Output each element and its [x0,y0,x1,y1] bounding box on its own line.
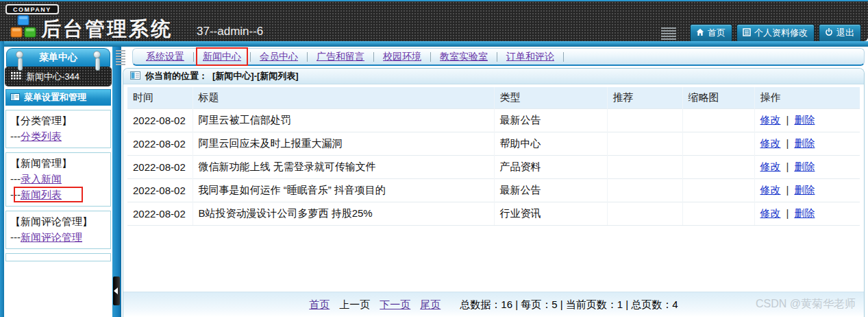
content-panel: 你当前的位置：[新闻中心]-[新闻列表] 时间 标题 类型 推荐 缩略图 操作 … [123,68,865,317]
table-row: 2022-08-02 我同事是如何运作 “睡眠音乐” 抖音项目的 最新公告 修改… [127,179,860,202]
cell-thumbnail [682,179,754,202]
tab-classroom-lab[interactable]: 教室实验室 [440,51,488,63]
cell-actions: 修改|删除 [754,179,860,202]
cell-title: 阿里云回应未及时上报重大漏洞 [193,132,494,156]
pagination-summary: 总数据：16 | 每页：5 | 当前页数：1 | 总页数：4 [460,298,678,312]
delete-link[interactable]: 删除 [794,207,815,219]
cell-recommend [607,132,682,156]
edit-link[interactable]: 修改 [760,161,781,172]
sidebar-empty-strip [5,253,111,261]
col-header-recommend: 推荐 [607,87,682,109]
news-comments-link[interactable]: 新闻评论管理 [21,231,82,243]
cell-title: 微信新功能上线 无需登录就可传输文件 [193,156,494,179]
tab-system-settings[interactable]: 系统设置 [146,51,184,63]
cell-time: 2022-08-02 [127,109,193,132]
cell-title: B站投资动漫设计公司多萝西 持股25% [193,202,494,226]
sidebar: 菜单中心 新闻中心-344 菜单设置和管理 【分类管理】 ---分类列表 [4,47,112,317]
menu-group-category: 【分类管理】 ---分类列表 [5,110,111,148]
delete-link[interactable]: 删除 [794,184,815,196]
cell-title: 我同事是如何运作 “睡眠音乐” 抖音项目的 [193,179,494,202]
header-bar: COMPANY 后台管理系统 37--admin--6 首页 个人资料修改 [0,0,868,41]
edit-link[interactable]: 修改 [760,207,781,219]
sidebar-menu-center-tab[interactable]: 菜单中心 [6,48,110,67]
sidebar-section-header: 菜单设置和管理 [5,89,111,106]
news-entry-link[interactable]: 录入新闻 [21,173,62,185]
sidebar-item-news-list: ---新闻列表 [10,187,106,202]
pin-icon [16,51,23,58]
col-header-time: 时间 [127,87,193,109]
category-list-link[interactable]: 分类列表 [21,130,62,142]
menu-group-title: 【分类管理】 [10,113,106,128]
panel-icon [10,93,20,103]
sidebar-item-news-comments: ---新闻评论管理 [10,229,106,245]
cell-actions: 修改|删除 [754,202,860,226]
table-header-row: 时间 标题 类型 推荐 缩略图 操作 [127,87,860,109]
edit-link[interactable]: 修改 [760,184,781,196]
pagination-prev-label: 上一页 [339,298,370,312]
pin-icon [93,51,101,58]
pagination-last-link[interactable]: 尾页 [420,298,441,312]
profile-icon [743,28,751,38]
cell-type: 行业资讯 [494,202,607,226]
cell-thumbnail [682,132,754,156]
menu-group-title: 【新闻管理】 [10,155,106,171]
col-header-thumbnail: 缩略图 [682,87,754,109]
delete-link[interactable]: 删除 [794,114,815,126]
menu-group-title: 【新闻评论管理】 [10,213,106,229]
app-title: 后台管理系统 [41,16,173,43]
breadcrumb-prefix: 你当前的位置： [145,70,208,82]
logout-button[interactable]: 退出 [819,24,861,43]
sidebar-item-news-entry: ---录入新闻 [10,171,106,187]
news-list-link[interactable]: 新闻列表 [21,189,62,200]
tab-campus-environment[interactable]: 校园环境 [383,51,421,63]
pagination-next-link[interactable]: 下一页 [380,298,410,312]
sidebar-tab-title: 菜单中心 [39,51,77,62]
main-area: 系统设置 新闻中心 会员中心 广告和留言 校园环境 教室实验室 订单和评论 你当… [121,47,868,317]
cell-actions: 修改|删除 [754,132,860,156]
cell-type: 最新公告 [494,109,607,132]
edit-link[interactable]: 修改 [760,137,781,149]
menu-group-news-comments: 【新闻评论管理】 ---新闻评论管理 [5,211,111,249]
tab-news-center[interactable]: 新闻中心 [203,51,241,63]
tab-orders-comments[interactable]: 订单和评论 [506,51,554,63]
watermark: CSDN @黄菊华老师 [756,297,856,312]
menu-group-news: 【新闻管理】 ---录入新闻 ---新闻列表 [5,152,111,207]
delete-link[interactable]: 删除 [794,137,815,149]
edit-link[interactable]: 修改 [760,114,781,126]
cell-time: 2022-08-02 [127,156,193,179]
nav-grip-icon [116,50,125,65]
table-row: 2022-08-02 阿里云回应未及时上报重大漏洞 帮助中心 修改|删除 [127,132,860,156]
nav-separator [250,52,251,62]
cell-time: 2022-08-02 [127,179,193,202]
header-actions: 首页 个人资料修改 退出 [661,24,861,43]
cell-actions: 修改|删除 [754,109,860,132]
nav-separator [307,52,308,62]
cell-recommend [607,109,682,132]
table-row: 2022-08-02 微信新功能上线 无需登录就可传输文件 产品资料 修改|删除 [127,156,860,179]
cell-recommend [607,179,682,202]
sidebar-divider [112,47,121,317]
top-navbar: 系统设置 新闻中心 会员中心 广告和留言 校园环境 教室实验室 订单和评论 [132,48,865,66]
tab-ads-messages[interactable]: 广告和留言 [317,51,364,63]
session-info: 37--admin--6 [197,25,263,38]
tab-member-center[interactable]: 会员中心 [260,51,298,63]
cell-thumbnail [682,202,754,226]
col-header-actions: 操作 [754,87,860,109]
power-icon [825,28,833,38]
table-row: 2022-08-02 B站投资动漫设计公司多萝西 持股25% 行业资讯 修改|删… [127,202,860,226]
cell-title: 阿里云被工信部处罚 [193,109,494,132]
cell-time: 2022-08-02 [127,202,193,226]
cell-actions: 修改|删除 [754,156,860,179]
cell-thumbnail [682,109,754,132]
home-button[interactable]: 首页 [690,24,732,43]
cell-type: 最新公告 [494,179,607,202]
company-logo-tab: COMPANY [5,4,59,14]
sidebar-menu-panel: 菜单设置和管理 【分类管理】 ---分类列表 【新闻管理】 ---录入新闻 --… [5,89,111,261]
app-window: COMPANY 后台管理系统 37--admin--6 首页 个人资料修改 [0,0,868,317]
app-logo-cubes-icon [9,15,38,44]
delete-link[interactable]: 删除 [794,161,815,172]
nav-separator [373,52,374,62]
profile-edit-button[interactable]: 个人资料修改 [736,24,815,43]
sidebar-collapse-handle[interactable] [113,277,120,305]
pagination-first-link[interactable]: 首页 [309,298,330,312]
